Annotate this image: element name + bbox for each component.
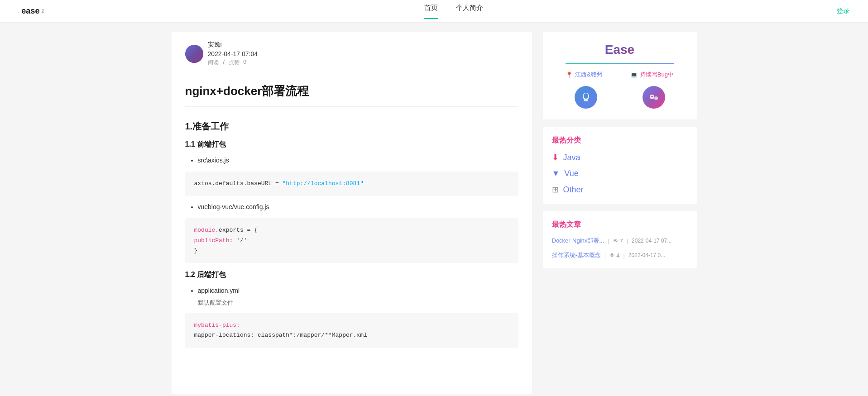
profile-card: Ease 📍 江西&赣州 💻 持续写Bug中 bbox=[543, 32, 697, 119]
code-block-mybatis: mybatis-plus: mapper-locations: classpat… bbox=[185, 313, 518, 348]
sidebar: Ease 📍 江西&赣州 💻 持续写Bug中 bbox=[543, 32, 697, 394]
category-java[interactable]: ⬇ Java bbox=[552, 153, 688, 162]
login-button[interactable]: 登录 bbox=[836, 7, 850, 15]
hot-categories-card: 最热分类 ⬇ Java ▼ Vue ⊞ Other bbox=[543, 127, 697, 204]
article-item-2: 操作系统-基本概念 | 👁 4 | 2022-04-17 0... bbox=[552, 251, 688, 259]
bullet-list-1: src\axios.js bbox=[185, 155, 518, 166]
sep-1: | bbox=[608, 238, 609, 244]
location-text: 江西&赣州 bbox=[575, 71, 603, 79]
eye-icon-1: 👁 bbox=[613, 238, 618, 244]
svg-point-5 bbox=[651, 96, 652, 97]
reads-label: 阅读 bbox=[208, 59, 219, 67]
article-link-2[interactable]: 操作系统-基本概念 bbox=[552, 251, 601, 259]
likes-label: 点赞 bbox=[229, 59, 240, 67]
sep-4: | bbox=[623, 252, 624, 259]
logo-super: 2 bbox=[41, 9, 44, 14]
article-date-2: 2022-04-17 0... bbox=[628, 252, 665, 258]
profile-divider bbox=[566, 63, 674, 64]
nav-profile[interactable]: 个人简介 bbox=[456, 4, 483, 19]
views-2: 👁 4 bbox=[609, 252, 619, 259]
category-vue[interactable]: ▼ Vue bbox=[552, 169, 688, 178]
view-count-1: 7 bbox=[619, 238, 623, 244]
article-date-1: 2022-04-17 07... bbox=[632, 238, 671, 244]
article-link-1[interactable]: Docker-Nginx部署... bbox=[552, 237, 604, 245]
list-item: vueblog-vue/vue.config.js bbox=[198, 201, 518, 213]
article-list: Docker-Nginx部署... | 👁 7 | 2022-04-17 07.… bbox=[552, 237, 688, 259]
nav-home[interactable]: 首页 bbox=[424, 4, 438, 19]
code-block-vueconfig: module.exports = { publicPath: '/' } bbox=[185, 218, 518, 262]
vue-icon: ▼ bbox=[552, 169, 560, 178]
article-date: 2022-04-17 07:04 bbox=[208, 50, 258, 57]
bullet-list-2: vueblog-vue/vue.config.js bbox=[185, 201, 518, 213]
bug-icon: 💻 bbox=[630, 72, 638, 78]
article-stats: 阅读 7 点赞 0 bbox=[208, 59, 258, 67]
main-nav: 首页 个人简介 bbox=[71, 4, 836, 19]
list-item: application.yml 默认配置文件 bbox=[198, 285, 518, 308]
section-1-1-title: 1.1 前端打包 bbox=[185, 140, 518, 149]
author-name: 安逸i bbox=[208, 41, 258, 49]
sub-text: 默认配置文件 bbox=[198, 297, 518, 308]
profile-name: Ease bbox=[552, 43, 688, 57]
meta-info: 安逸i 2022-04-17 07:04 阅读 7 点赞 0 bbox=[208, 41, 258, 67]
logo-text: ease bbox=[21, 6, 39, 16]
code-block-axios: axios.defaults.baseURL = "http://localho… bbox=[185, 172, 518, 196]
vue-label: Vue bbox=[564, 169, 578, 178]
svg-rect-2 bbox=[584, 100, 588, 101]
category-other[interactable]: ⊞ Other bbox=[552, 185, 688, 195]
likes-count: 0 bbox=[243, 59, 246, 67]
logo-dot: . bbox=[18, 8, 19, 14]
other-icon: ⊞ bbox=[552, 185, 559, 195]
article-meta: 安逸i 2022-04-17 07:04 阅读 7 点赞 0 bbox=[185, 41, 518, 74]
java-label: Java bbox=[563, 153, 580, 162]
avatar-image bbox=[185, 45, 203, 63]
wechat-icon[interactable] bbox=[643, 86, 665, 109]
hot-articles-title: 最热文章 bbox=[552, 220, 688, 229]
other-label: Other bbox=[563, 185, 584, 195]
article-item-1: Docker-Nginx部署... | 👁 7 | 2022-04-17 07.… bbox=[552, 237, 688, 245]
avatar bbox=[185, 45, 203, 63]
sep-2: | bbox=[627, 238, 628, 244]
svg-point-6 bbox=[652, 96, 653, 97]
status-text: 持续写Bug中 bbox=[640, 71, 674, 79]
sep-3: | bbox=[604, 252, 606, 259]
java-icon: ⬇ bbox=[552, 153, 559, 162]
page-layout: 安逸i 2022-04-17 07:04 阅读 7 点赞 0 nginx+doc… bbox=[163, 23, 706, 396]
profile-social bbox=[552, 86, 688, 109]
article-title: nginx+docker部署流程 bbox=[185, 83, 518, 107]
location-item: 📍 江西&赣州 bbox=[566, 71, 603, 79]
views-1: 👁 7 bbox=[613, 238, 623, 244]
status-item: 💻 持续写Bug中 bbox=[630, 71, 674, 79]
main-content: 安逸i 2022-04-17 07:04 阅读 7 点赞 0 nginx+doc… bbox=[172, 32, 532, 394]
header: . ease 2 首页 个人简介 登录 bbox=[0, 0, 868, 23]
eye-icon-2: 👁 bbox=[609, 252, 615, 258]
svg-point-1 bbox=[584, 93, 588, 99]
hot-categories-title: 最热分类 bbox=[552, 136, 688, 145]
logo[interactable]: . ease 2 bbox=[18, 6, 44, 16]
svg-point-8 bbox=[656, 98, 657, 99]
svg-point-4 bbox=[654, 96, 658, 100]
location-icon: 📍 bbox=[566, 72, 573, 78]
category-list: ⬇ Java ▼ Vue ⊞ Other bbox=[552, 153, 688, 195]
section-1-title: 1.准备工作 bbox=[185, 120, 518, 133]
hot-articles-card: 最热文章 Docker-Nginx部署... | 👁 7 | 2022-04-1… bbox=[543, 211, 697, 268]
bullet-list-3: application.yml 默认配置文件 bbox=[185, 285, 518, 308]
list-item: src\axios.js bbox=[198, 155, 518, 166]
view-count-2: 4 bbox=[616, 252, 619, 259]
section-1-2-title: 1.2 后端打包 bbox=[185, 270, 518, 280]
qq-icon[interactable] bbox=[575, 86, 597, 109]
svg-point-3 bbox=[650, 95, 654, 99]
reads-count: 7 bbox=[222, 59, 225, 67]
svg-point-7 bbox=[655, 98, 656, 99]
profile-info-row: 📍 江西&赣州 💻 持续写Bug中 bbox=[552, 71, 688, 79]
